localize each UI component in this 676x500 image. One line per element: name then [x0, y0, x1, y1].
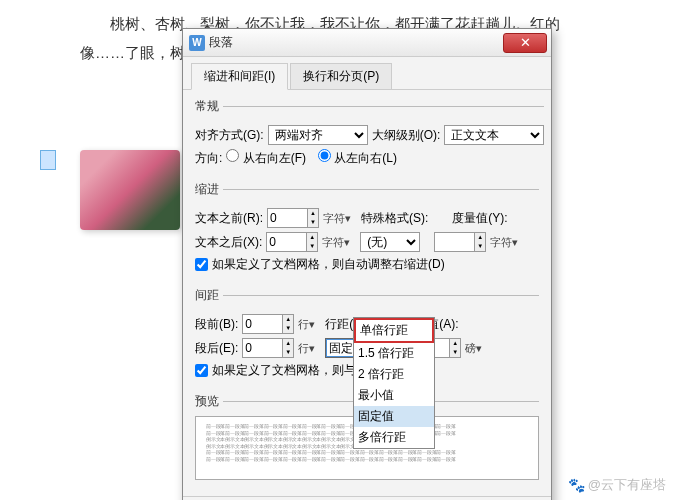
dd-option-exactly[interactable]: 固定值	[354, 406, 434, 427]
space-before-spinner[interactable]: ▲▼	[242, 314, 294, 334]
page-icon	[40, 150, 56, 170]
alignment-label: 对齐方式(G):	[195, 127, 264, 144]
direction-rtl-radio[interactable]: 从右向左(F)	[226, 149, 306, 167]
dialog-title: 段落	[209, 34, 503, 51]
indent-before-spinner[interactable]: ▲▼	[267, 208, 319, 228]
space-after-spinner[interactable]: ▲▼	[242, 338, 294, 358]
space-before-label: 段前(B):	[195, 316, 238, 333]
indent-after-label: 文本之后(X):	[195, 234, 262, 251]
indent-group: 缩进 文本之前(R): ▲▼ 字符▾ 特殊格式(S): 度量值(Y): 文本之后…	[195, 181, 539, 279]
app-logo-icon: W	[189, 35, 205, 51]
tab-indent-spacing[interactable]: 缩进和间距(I)	[191, 63, 288, 90]
space-after-unit-dropdown[interactable]: 行▾	[298, 341, 315, 356]
titlebar: W 段落 ✕	[183, 29, 551, 57]
general-legend: 常规	[195, 98, 223, 115]
space-after-label: 段后(E):	[195, 340, 238, 357]
paw-icon: 🐾	[568, 477, 585, 493]
tab-line-page-breaks[interactable]: 换行和分页(P)	[290, 63, 392, 89]
flower-image	[80, 150, 180, 230]
dd-option-multiple[interactable]: 多倍行距	[354, 427, 434, 448]
indent-before-unit-dropdown[interactable]: 字符▾	[323, 211, 351, 226]
paragraph-dialog: W 段落 ✕ 缩进和间距(I) 换行和分页(P) 常规 对齐方式(G): 两端对…	[182, 28, 552, 500]
close-button[interactable]: ✕	[503, 33, 547, 53]
watermark: 🐾 @云下有座塔	[568, 476, 666, 494]
special-format-select[interactable]: (无)	[360, 232, 420, 252]
metric-label: 度量值(Y):	[452, 210, 507, 227]
gridspacing-checkbox[interactable]	[195, 364, 208, 377]
indent-after-unit-dropdown[interactable]: 字符▾	[322, 235, 350, 250]
linespacing-dropdown-list: 单倍行距 1.5 倍行距 2 倍行距 最小值 固定值 多倍行距	[353, 317, 435, 449]
outline-select[interactable]: 正文文本	[444, 125, 544, 145]
direction-ltr-radio[interactable]: 从左向右(L)	[318, 149, 397, 167]
direction-label: 方向:	[195, 150, 222, 167]
preview-legend: 预览	[195, 393, 223, 410]
space-before-unit-dropdown[interactable]: 行▾	[298, 317, 315, 332]
autogrid-label: 如果定义了文档网格，则自动调整右缩进(D)	[212, 256, 445, 273]
indent-after-spinner[interactable]: ▲▼	[266, 232, 318, 252]
tab-strip: 缩进和间距(I) 换行和分页(P)	[183, 57, 551, 90]
alignment-select[interactable]: 两端对齐	[268, 125, 368, 145]
dd-option-single[interactable]: 单倍行距	[354, 318, 434, 343]
dialog-body: 常规 对齐方式(G): 两端对齐 大纲级别(O): 正文文本 方向: 从右向左(…	[183, 90, 551, 496]
indent-legend: 缩进	[195, 181, 223, 198]
dd-option-onehalf[interactable]: 1.5 倍行距	[354, 343, 434, 364]
outline-label: 大纲级别(O):	[372, 127, 441, 144]
setvalue-unit-dropdown[interactable]: 磅▾	[465, 341, 482, 356]
special-format-label: 特殊格式(S):	[361, 210, 428, 227]
indent-before-label: 文本之前(R):	[195, 210, 263, 227]
metric-spinner[interactable]: ▲▼	[434, 232, 486, 252]
autogrid-checkbox[interactable]	[195, 258, 208, 271]
dd-option-double[interactable]: 2 倍行距	[354, 364, 434, 385]
general-group: 常规 对齐方式(G): 两端对齐 大纲级别(O): 正文文本 方向: 从右向左(…	[195, 98, 544, 173]
dialog-footer: 制表位(T)... i操作技巧 确定 取消	[183, 496, 551, 500]
spacing-legend: 间距	[195, 287, 223, 304]
dd-option-atleast[interactable]: 最小值	[354, 385, 434, 406]
metric-unit-dropdown[interactable]: 字符▾	[490, 235, 518, 250]
